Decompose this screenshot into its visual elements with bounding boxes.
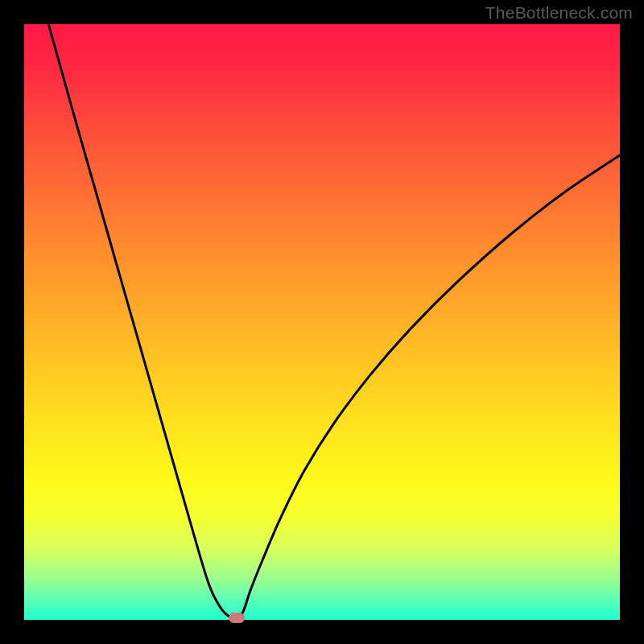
chart-curve-svg: [24, 24, 620, 620]
optimal-point-marker: [229, 613, 245, 623]
chart-plot-area: [24, 24, 620, 620]
bottleneck-curve-line: [48, 24, 620, 620]
watermark-text: TheBottleneck.com: [485, 3, 633, 23]
